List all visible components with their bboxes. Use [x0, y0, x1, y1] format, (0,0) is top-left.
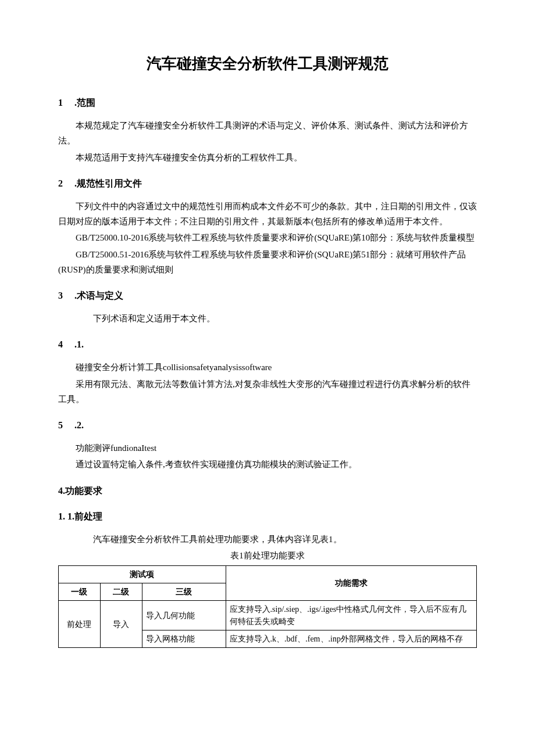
th-level-2: 二级 [100, 583, 142, 601]
section-7-head: 1. 1.前处理 [58, 510, 477, 524]
section-2-title: 规范性引用文件 [77, 178, 142, 188]
section-3-head: 3.术语与定义 [58, 289, 477, 303]
cell-l1: 前处理 [59, 601, 101, 648]
cell-l2: 导入 [100, 601, 142, 648]
cell-l3: 导入网格功能 [142, 630, 226, 648]
section-5-para-1: 功能测评fundionaItest [58, 440, 477, 456]
th-level-3: 三级 [142, 583, 226, 601]
section-7-para-1: 汽车碰撞安全分析软件工具前处理功能要求，具体内容详见表1。 [76, 532, 477, 547]
cell-req: 应支持导入.k、.bdf、.fem、.inp外部网格文件，导入后的网格不存 [226, 630, 476, 648]
section-1-num: 1 [58, 96, 65, 110]
section-4-suffix: .1. [74, 339, 84, 349]
section-2-head: 2.规范性引用文件 [58, 177, 477, 191]
section-5-head: 5.2. [58, 418, 477, 432]
table-1: 测试项 功能需求 一级 二级 三级 前处理 导入 导入几何功能 应支持导入.si… [58, 565, 477, 648]
section-4-num: 4 [58, 338, 65, 352]
section-3-title: 术语与定义 [77, 291, 123, 300]
table-header-row-1: 测试项 功能需求 [59, 566, 477, 583]
section-2-para-3: GB/T25000.51-2016系统与软件工程系统与软件质量要求和评价(SQU… [58, 247, 477, 278]
cell-l3: 导入几何功能 [142, 601, 226, 630]
th-test-item: 测试项 [59, 566, 226, 583]
section-1-head: 1.范围 [58, 96, 477, 110]
section-3-num: 3 [58, 289, 65, 303]
table-1-caption: 表1前处理功能要求 [58, 549, 477, 562]
th-level-1: 一级 [59, 583, 101, 601]
section-2-para-1: 下列文件中的内容通过文中的规范性引用而构成本文件必不可少的条款。其中，注日期的引… [58, 199, 477, 230]
th-requirement: 功能需求 [226, 566, 476, 601]
section-6-head: 4.功能要求 [58, 484, 477, 498]
section-4-para-1: 碰撞安全分析计算工具collisionsafetyanalysissoftwar… [58, 360, 477, 375]
section-2-num: 2 [58, 177, 65, 191]
section-1-para-2: 本规范适用于支持汽车碰撞安全仿真分析的工程软件工具。 [58, 150, 477, 165]
cell-req: 应支持导入.sip/.siep、.igs/.iges中性格式几何文件，导入后不应… [226, 601, 476, 630]
section-3-para-1: 下列术语和定义适用于本文件。 [76, 311, 477, 326]
section-5-num: 5 [58, 418, 65, 432]
table-row: 前处理 导入 导入几何功能 应支持导入.sip/.siep、.igs/.iges… [59, 601, 477, 630]
section-1-para-1: 本规范规定了汽车碰撞安全分析软件工具测评的术语与定义、评价体系、测试条件、测试方… [58, 118, 477, 149]
section-4-head: 4.1. [58, 338, 477, 352]
section-1-title: 范围 [77, 98, 95, 108]
section-2-para-2: GB/T25000.10-2016系统与软件工程系统与软件质量要求和评价(SQU… [58, 230, 477, 245]
document-title: 汽车碰撞安全分析软件工具测评规范 [58, 52, 477, 75]
section-4-para-2: 采用有限元法、离散元法等数值计算方法,对复杂非线性大变形的汽车碰撞过程进行仿真求… [58, 377, 477, 407]
section-5-para-2: 通过设置特定输入条件,考查软件实现碰撞仿真功能模块的测试验证工作。 [58, 457, 477, 472]
section-5-suffix: .2. [74, 420, 84, 430]
